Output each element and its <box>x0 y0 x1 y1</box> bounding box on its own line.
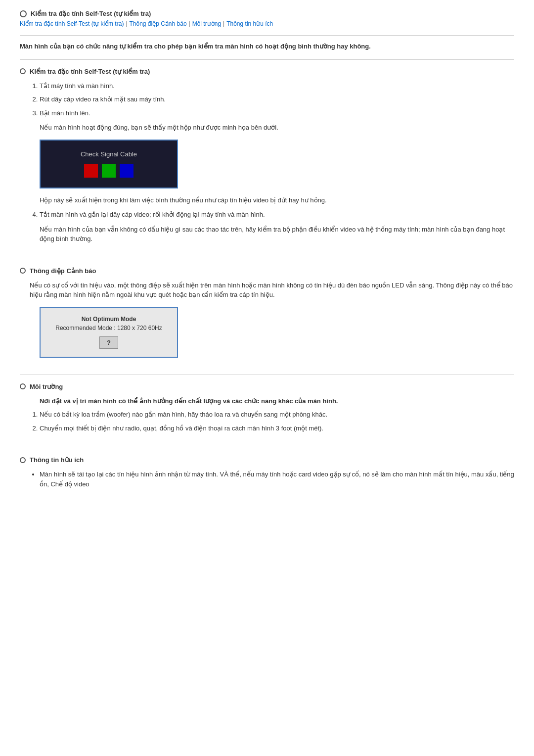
section-useful-info: Thông tin hữu ích Màn hình sẽ tái tạo lạ… <box>20 448 514 504</box>
section-title-environment: Môi trường <box>30 383 63 390</box>
para-after-steps: Nếu màn hình hoạt động đúng, bạn sẽ thấy… <box>40 123 514 133</box>
section-self-test: Kiểm tra đặc tính Self-Test (tự kiểm tra… <box>20 59 514 259</box>
section-title-useful-info: Thông tin hữu ích <box>30 456 84 464</box>
steps-list-1b: Tắt màn hình và gắn lại dây cáp video; r… <box>40 210 514 220</box>
section-icon-environment <box>20 383 26 389</box>
section-icon-warning <box>20 268 26 274</box>
color-blue <box>120 164 134 178</box>
section-icon-useful-info <box>20 457 26 463</box>
section-content-self-test: Tắt máy tính và màn hình. Rút dây cáp vi… <box>30 81 514 244</box>
warning-para: Nếu có sự cố với tín hiệu vào, một thông… <box>30 281 514 300</box>
intro-text: Màn hình của bạn có chức năng tự kiểm tr… <box>20 42 514 51</box>
section-icon-self-test <box>20 68 26 74</box>
breadcrumb-link-0[interactable]: Kiểm tra đặc tính Self-Test (tự kiểm tra… <box>20 20 124 27</box>
para-box-description: Hộp này sẽ xuất hiện trong khi làm việc … <box>40 195 514 205</box>
section-warning: Thông điệp Cảnh báo Nếu có sự cố với tín… <box>20 259 514 375</box>
breadcrumb: Kiểm tra đặc tính Self-Test (tự kiểm tra… <box>20 20 514 27</box>
section-header-warning: Thông điệp Cảnh báo <box>20 267 514 275</box>
breadcrumb-link-3[interactable]: Thông tin hữu ích <box>226 20 273 27</box>
color-green <box>102 164 116 178</box>
environment-bold-para: Nơi đặt và vị trí màn hình có thể ảnh hư… <box>40 396 514 406</box>
page-title: Kiểm tra đặc tính Self-Test (tự kiểm tra… <box>31 10 151 17</box>
list-item: Rút dây cáp video ra khỏi mặt sau máy tí… <box>40 94 514 104</box>
breadcrumb-link-1[interactable]: Thông điệp Cảnh báo <box>130 20 187 27</box>
list-item: Nếu có bất kỳ loa trầm (woofer) nào gần … <box>40 410 514 420</box>
list-item: Bật màn hình lên. <box>40 108 514 118</box>
steps-list-1: Tắt máy tính và màn hình. Rút dây cáp vi… <box>40 81 514 118</box>
section-title-warning: Thông điệp Cảnh báo <box>30 267 96 275</box>
section-title-self-test: Kiểm tra đặc tính Self-Test (tự kiểm tra… <box>30 68 150 75</box>
breadcrumb-link-2[interactable]: Môi trường <box>192 20 221 27</box>
rec-value: 1280 x 720 60Hz <box>117 325 162 331</box>
section-header-useful-info: Thông tin hữu ích <box>20 456 514 464</box>
signal-box-title: Check Signal Cable <box>55 150 162 158</box>
section-content-useful-info: Màn hình sẽ tái tạo lại các tín hiệu hìn… <box>30 470 514 489</box>
signal-colors <box>55 164 162 178</box>
color-red <box>84 164 98 178</box>
section-content-warning: Nếu có sự cố với tín hiệu vào, một thông… <box>30 281 514 358</box>
list-item: Chuyển mọi thiết bị điện như radio, quạt… <box>40 424 514 433</box>
section-header-environment: Môi trường <box>20 383 514 390</box>
list-item: Màn hình sẽ tái tạo lại các tín hiệu hìn… <box>40 470 514 489</box>
question-button[interactable]: ? <box>99 336 118 349</box>
rec-label: Recommended Mode : <box>55 325 115 331</box>
useful-info-list: Màn hình sẽ tái tạo lại các tín hiệu hìn… <box>40 470 514 489</box>
header-icon <box>20 10 27 17</box>
section-environment: Môi trường Nơi đặt và vị trí màn hình có… <box>20 375 514 448</box>
not-optimum-rec: Recommended Mode : 1280 x 720 60Hz <box>50 325 167 331</box>
page-header: Kiểm tra đặc tính Self-Test (tự kiểm tra… <box>20 10 514 17</box>
section-content-environment: Nơi đặt và vị trí màn hình có thể ảnh hư… <box>30 396 514 433</box>
list-item: Tắt màn hình và gắn lại dây cáp video; r… <box>40 210 514 220</box>
para-after-step4: Nếu màn hình của bạn vẫn không có dấu hi… <box>40 225 514 244</box>
signal-cable-box: Check Signal Cable <box>40 140 178 189</box>
section-header-self-test: Kiểm tra đặc tính Self-Test (tự kiểm tra… <box>20 68 514 75</box>
not-optimum-title: Not Optimum Mode <box>50 316 167 323</box>
not-optimum-box: Not Optimum Mode Recommended Mode : 1280… <box>40 307 178 358</box>
list-item: Tắt máy tính và màn hình. <box>40 81 514 91</box>
env-steps-list: Nếu có bất kỳ loa trầm (woofer) nào gần … <box>40 410 514 433</box>
